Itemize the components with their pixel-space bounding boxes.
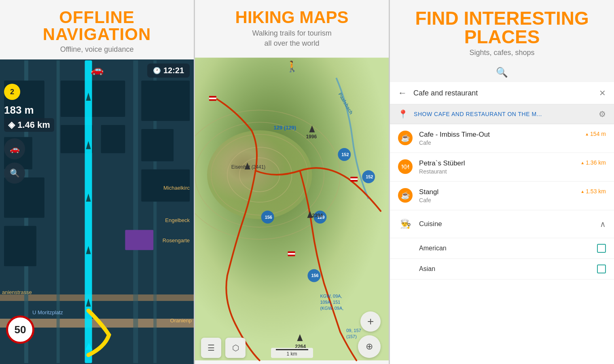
place-info-1: Cafe - Imbiss Time-Out Cafe [419, 131, 578, 146]
nav-time: 12:21 [163, 66, 184, 75]
cuisine-american-label: American [419, 245, 591, 252]
cuisine-section[interactable]: 👨‍🍳 Cuisine ∧ [390, 210, 614, 238]
search-bar: 🔍 [390, 63, 614, 82]
topo-map-svg: Paalsbach 152 152 156 129 156 129 (129 [195, 54, 389, 364]
svg-rect-18 [125, 230, 153, 250]
svg-rect-19 [85, 60, 92, 363]
place-item-3[interactable]: ☕ Stangl Cafe ▲ 1.53 km [390, 182, 614, 210]
hike-map: Paalsbach 152 152 156 129 156 129 (129 [195, 54, 389, 364]
hiker-icon: 🚶 [286, 60, 299, 73]
cuisine-chef-icon: 👨‍🍳 [398, 217, 413, 231]
nav-time-badge: 🕐 12:21 [147, 63, 190, 78]
filter-icon[interactable]: ⚙ [599, 109, 606, 119]
location-button[interactable]: ⊕ [358, 335, 381, 358]
svg-text:2394: 2394 [312, 213, 323, 218]
street-u-moritzplatz: U Moritzplatz [32, 309, 63, 315]
cuisine-asian-label: Asian [419, 265, 591, 273]
hike-header: HIKING MAPS Walking trails for tourismal… [195, 0, 389, 54]
svg-rect-6 [133, 60, 138, 363]
dist-arrow-1: ▲ [585, 132, 589, 136]
svg-text:129 (129): 129 (129) [274, 125, 296, 131]
svg-text:KGW, 09A,: KGW, 09A, [320, 294, 342, 299]
american-checkbox[interactable] [597, 244, 606, 253]
place-type-1: Cafe [419, 140, 578, 146]
svg-rect-14 [101, 125, 125, 153]
category-title: Cafe and restaurant [413, 89, 593, 97]
place-name-1: Cafe - Imbiss Time-Out [419, 131, 578, 139]
category-header: ← Cafe and restaurant ✕ [390, 82, 614, 104]
zoom-button[interactable]: + [360, 311, 381, 332]
place-distance-1: ▲ 154 m [585, 131, 606, 137]
cuisine-chevron-icon[interactable]: ∧ [600, 219, 606, 229]
hike-panel: HIKING MAPS Walking trails for tourismal… [195, 0, 389, 364]
place-type-3: Cafe [419, 197, 574, 203]
place-item-1[interactable]: ☕ Cafe - Imbiss Time-Out Cafe ▲ 154 m [390, 124, 614, 153]
step-number: 2 [10, 88, 14, 96]
dist-arrow-3: ▲ [580, 189, 584, 194]
car-mode-button[interactable]: 🚗 [4, 138, 25, 159]
nav-title: OFFLINE NAVIGATION [8, 9, 186, 43]
svg-rect-15 [141, 80, 190, 121]
street-engelbeck: Engelbeck [165, 217, 190, 223]
svg-text:109A, 151: 109A, 151 [320, 300, 340, 305]
cuisine-label: Cuisine [419, 220, 593, 228]
show-map-row[interactable]: 📍 SHOW CAFE AND RESTAURANT ON THE M... ⚙ [390, 104, 614, 124]
step-badge: 2 [4, 84, 20, 100]
hike-nav-buttons: ☰ ⬡ [201, 338, 246, 358]
svg-rect-16 [141, 129, 174, 161]
location-pin-icon: 📍 [398, 109, 408, 119]
svg-rect-38 [350, 178, 358, 180]
cafe-icon-3: ☕ [398, 188, 413, 203]
svg-rect-34 [209, 98, 216, 99]
cuisine-option-american[interactable]: American [390, 238, 614, 259]
asian-checkbox[interactable] [597, 265, 606, 273]
back-button[interactable]: ← [398, 88, 407, 98]
svg-rect-5 [57, 60, 60, 363]
places-subtitle: Sights, cafes, shops [402, 49, 602, 57]
nav-buttons: 🚗 🔍 [4, 138, 25, 184]
svg-rect-11 [4, 226, 36, 266]
svg-text:09, 157: 09, 157 [346, 328, 361, 333]
svg-text:(157): (157) [346, 334, 357, 339]
place-distance-3: ▲ 1.53 km [580, 188, 606, 195]
place-type-2: Restaurant [419, 168, 574, 175]
svg-text:(KGW, 09A,: (KGW, 09A, [320, 306, 343, 311]
street-oranienp: Oranienp [170, 317, 192, 324]
clock-icon: 🕐 [153, 67, 161, 74]
street-michaelkirc: Michaelkirc [163, 185, 190, 191]
svg-rect-12 [61, 80, 125, 117]
search-icon[interactable]: 🔍 [496, 67, 508, 78]
svg-text:152: 152 [366, 174, 373, 179]
svg-rect-36 [288, 253, 295, 255]
total-distance: ◈ 1.46 km [4, 118, 54, 132]
svg-text:156: 156 [265, 215, 272, 220]
cuisine-option-asian[interactable]: Asian [390, 259, 614, 279]
dist-arrow-2: ▲ [580, 161, 584, 165]
place-info-2: Petra`s Stüberl Restaurant [419, 159, 574, 175]
speed-limit-sign: 50 [6, 315, 34, 344]
close-button[interactable]: ✕ [599, 88, 606, 98]
svg-text:156: 156 [311, 273, 318, 278]
nav-position-indicator: ▲ [83, 339, 95, 353]
svg-text:1996: 1996 [306, 134, 317, 140]
menu-button[interactable]: ☰ [201, 338, 221, 358]
scale-line [276, 349, 308, 350]
svg-point-26 [207, 131, 312, 220]
scale-bar: 1 km [271, 348, 313, 358]
nav-map: 🚗 🕐 12:21 2 183 m ◈ 1.46 km 🚗 🔍 Michaelk… [0, 59, 194, 364]
nav-subtitle: Offline, voice guidance [8, 45, 186, 54]
place-name-2: Petra`s Stüberl [419, 159, 574, 167]
search-button[interactable]: 🔍 [4, 163, 25, 184]
street-anienstrasse: anienstrasse [2, 289, 32, 295]
place-item-2[interactable]: 🍽 Petra`s Stüberl Restaurant ▲ 1.36 km [390, 153, 614, 182]
show-map-text: SHOW CAFE AND RESTAURANT ON THE M... [414, 111, 593, 117]
cafe-icon-1: ☕ [398, 131, 413, 145]
car-icon: 🚗 [91, 63, 104, 76]
nav-panel: OFFLINE NAVIGATION Offline, voice guidan… [0, 0, 194, 364]
street-rosengarten: Rosengarte [163, 237, 190, 243]
place-distance-2: ▲ 1.36 km [580, 159, 606, 166]
places-header: FIND INTERESTINGPLACES Sights, cafes, sh… [390, 0, 614, 63]
svg-text:152: 152 [341, 152, 349, 157]
directions-button[interactable]: ⬡ [225, 338, 246, 358]
places-content: ← Cafe and restaurant ✕ 📍 SHOW CAFE AND … [390, 82, 614, 364]
